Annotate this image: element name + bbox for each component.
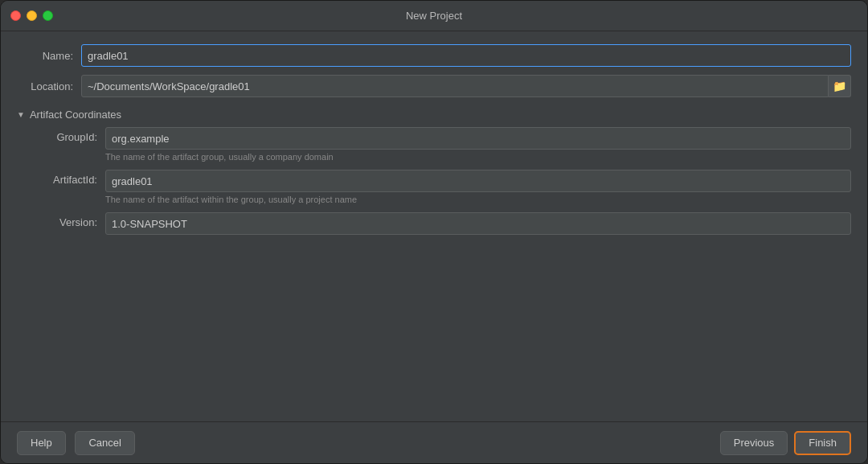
minimize-button[interactable]: [27, 10, 37, 21]
artifactid-hint: The name of the artifact within the grou…: [105, 195, 851, 204]
version-input-group: [105, 212, 851, 235]
groupid-input-group: The name of the artifact group, usually …: [105, 127, 851, 168]
previous-button[interactable]: Previous: [720, 431, 788, 455]
section-title: Artifact Coordinates: [30, 109, 121, 121]
location-input-group: 📁: [81, 75, 851, 97]
window: New Project Name: Location: 📁 ▼ Artifact…: [0, 0, 868, 464]
location-label: Location:: [17, 80, 81, 92]
maximize-button[interactable]: [43, 10, 53, 21]
version-label: Version:: [33, 212, 105, 228]
folder-icon: 📁: [833, 80, 846, 92]
groupid-label: GroupId:: [33, 127, 105, 143]
footer-right: Previous Finish: [720, 431, 851, 455]
footer-left: Help Cancel: [17, 431, 720, 455]
help-button[interactable]: Help: [17, 431, 66, 455]
artifactid-row: ArtifactId: The name of the artifact wit…: [33, 170, 851, 211]
location-row: Location: 📁: [17, 75, 851, 97]
title-bar: New Project: [1, 1, 867, 31]
version-row: Version:: [33, 212, 851, 235]
window-title: New Project: [406, 10, 462, 22]
groupid-hint: The name of the artifact group, usually …: [105, 152, 851, 162]
name-label: Name:: [17, 50, 81, 62]
finish-button[interactable]: Finish: [794, 431, 851, 455]
artifact-fields: GroupId: The name of the artifact group,…: [17, 127, 851, 236]
artifactid-label: ArtifactId:: [33, 170, 105, 186]
artifact-coordinates-section: ▼ Artifact Coordinates: [17, 109, 851, 121]
groupid-row: GroupId: The name of the artifact group,…: [33, 127, 851, 168]
main-content: Name: Location: 📁 ▼ Artifact Coordinates…: [1, 31, 867, 421]
traffic-lights: [10, 10, 53, 21]
cancel-button[interactable]: Cancel: [75, 431, 134, 455]
version-input[interactable]: [105, 212, 851, 235]
artifactid-input-group: The name of the artifact within the grou…: [105, 170, 851, 211]
groupid-input[interactable]: [105, 127, 851, 150]
browse-folder-button[interactable]: 📁: [829, 75, 851, 97]
section-toggle[interactable]: ▼: [17, 110, 25, 119]
name-input[interactable]: [81, 44, 851, 67]
close-button[interactable]: [10, 10, 21, 21]
name-row: Name:: [17, 44, 851, 67]
artifactid-input[interactable]: [105, 170, 851, 192]
location-input[interactable]: [81, 75, 829, 97]
footer: Help Cancel Previous Finish: [1, 421, 867, 463]
